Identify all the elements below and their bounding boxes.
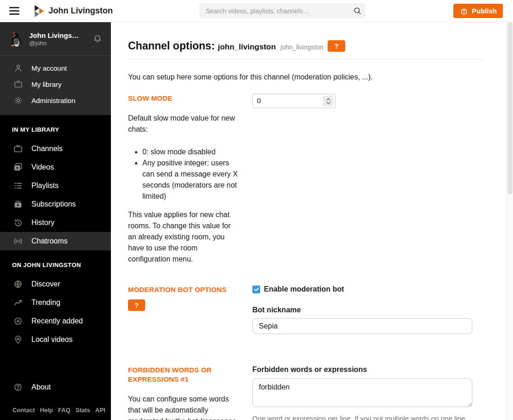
sidebar-item-about[interactable]: About xyxy=(0,378,111,396)
publish-label: Publish xyxy=(472,7,497,15)
scrollbar-thumb[interactable] xyxy=(507,22,513,194)
forbidden-words-textarea[interactable]: forbidden xyxy=(252,378,472,407)
intro-text: You can setup here some options for this… xyxy=(128,73,483,81)
forbidden-words-section-label: FORBIDDEN WORDS OR EXPRESSIONS #1 xyxy=(128,365,234,384)
sidebar-item-label: Chatrooms xyxy=(31,237,67,245)
search-input[interactable] xyxy=(200,7,350,15)
playlist-icon xyxy=(12,180,24,191)
sidebar-item-label: History xyxy=(31,219,55,227)
chevron-down-icon xyxy=(326,102,330,104)
top-bar: John Livingston Publish xyxy=(0,0,513,22)
slow-mode-description: Default slow mode value for new chats: xyxy=(128,113,239,135)
moderation-bot-label: MODERATION BOT OPTIONS xyxy=(128,285,239,294)
avatar xyxy=(8,31,24,47)
slow-mode-value: 0 xyxy=(257,97,261,104)
sidebar-item-recently-added[interactable]: Recently added xyxy=(0,312,111,330)
main-content: Channel options: john_livingston john_li… xyxy=(111,22,513,420)
user-display-name: John Livings… xyxy=(29,31,92,39)
moderation-bot-help-button[interactable]: ? xyxy=(128,299,145,311)
forbidden-words-help: One word or expression per line. If you … xyxy=(252,413,472,420)
sidebar-item-chatrooms[interactable]: Chatrooms xyxy=(0,232,111,250)
peertube-logo-icon[interactable] xyxy=(34,5,44,18)
sidebar-item-subscriptions[interactable]: Subscriptions xyxy=(0,195,111,213)
publish-button[interactable]: Publish xyxy=(453,4,503,18)
sidebar-item-trending[interactable]: Trending xyxy=(0,293,111,312)
search-icon[interactable] xyxy=(350,6,364,15)
notifications-bell-icon[interactable] xyxy=(92,33,103,44)
sidebar-item-discover[interactable]: Discover xyxy=(0,275,111,293)
page-title-row: Channel options: john_livingston john_li… xyxy=(128,40,483,52)
check-icon xyxy=(254,286,259,292)
number-spinner[interactable] xyxy=(323,96,333,106)
forbidden-words-description: You can configure some words that will b… xyxy=(128,394,239,420)
vertical-scrollbar[interactable] xyxy=(506,22,513,420)
sidebar-item-label: Channels xyxy=(31,145,63,153)
channel-options-help-button[interactable]: ? xyxy=(328,40,345,52)
plus-circle-icon xyxy=(12,316,24,327)
user-block[interactable]: John Livings… @john xyxy=(0,22,111,55)
bot-nickname-label: Bot nickname xyxy=(252,306,483,314)
sidebar-item-label: Discover xyxy=(31,280,60,288)
sidebar-item-label: Subscriptions xyxy=(31,200,76,208)
sidebar-item-label: My account xyxy=(31,64,67,72)
footer-link-faq[interactable]: FAQ xyxy=(58,407,71,414)
forbidden-words-label: Forbidden words or expressions xyxy=(252,365,367,373)
channel-handle: john_livingston xyxy=(281,43,324,51)
sidebar-item-my-account[interactable]: My account xyxy=(0,60,111,76)
forbidden-words-row: FORBIDDEN WORDS OR EXPRESSIONS #1 You ca… xyxy=(128,365,483,420)
moderation-bot-row: MODERATION BOT OPTIONS ? Enable moderati… xyxy=(128,285,483,334)
sidebar-item-label: Videos xyxy=(31,163,54,171)
menu-toggle-icon[interactable] xyxy=(9,5,19,17)
sidebar-footer-links: Contact Help FAQ Stats API xyxy=(0,396,111,420)
broadcast-icon xyxy=(12,236,24,247)
videos-icon xyxy=(12,162,24,173)
bot-nickname-input[interactable] xyxy=(252,318,472,334)
sidebar-item-label: Trending xyxy=(31,298,61,307)
tv-icon xyxy=(12,79,24,90)
footer-link-stats[interactable]: Stats xyxy=(75,407,90,414)
sidebar-item-local-videos[interactable]: Local videos xyxy=(0,330,111,349)
sidebar-item-videos[interactable]: Videos xyxy=(0,158,111,177)
sidebar-item-label: Administration xyxy=(31,97,75,104)
instance-title[interactable]: John Livingston xyxy=(49,6,113,16)
user-handle: @john xyxy=(29,40,92,47)
slow-mode-bullet: Any positive integer: users can send a m… xyxy=(142,158,239,202)
subscriptions-icon xyxy=(12,199,24,210)
page-title: Channel options: john_livingston xyxy=(128,40,276,52)
title-divider xyxy=(128,59,483,60)
section-title-on-instance: ON JOHN LIVINGSTON xyxy=(0,250,111,275)
sidebar-item-label: Local videos xyxy=(31,335,73,344)
channel-name: john_livingston xyxy=(218,43,276,51)
sidebar-item-playlists[interactable]: Playlists xyxy=(0,177,111,195)
sidebar: John Livings… @john My account xyxy=(0,22,111,420)
sidebar-item-label: Recently added xyxy=(31,317,83,325)
history-icon xyxy=(12,217,24,228)
slow-mode-label: SLOW MODE xyxy=(128,94,239,103)
sidebar-item-label: About xyxy=(31,383,51,391)
slow-mode-note: This value applies for new chat rooms. T… xyxy=(128,209,239,265)
footer-link-api[interactable]: API xyxy=(95,407,105,414)
sidebar-item-my-library[interactable]: My library xyxy=(0,76,111,92)
globe-icon xyxy=(12,279,24,290)
enable-bot-checkbox[interactable] xyxy=(252,286,260,293)
sidebar-item-administration[interactable]: Administration xyxy=(0,92,111,109)
user-icon xyxy=(12,63,24,74)
search-box xyxy=(200,4,365,18)
question-circle-icon xyxy=(12,382,24,393)
trending-icon xyxy=(12,297,24,308)
sidebar-item-channels[interactable]: Channels xyxy=(0,140,111,158)
slow-mode-input[interactable]: 0 xyxy=(252,94,336,108)
upload-icon xyxy=(459,6,469,16)
sidebar-item-history[interactable]: History xyxy=(0,213,111,232)
enable-bot-label[interactable]: Enable moderation bot xyxy=(264,285,344,293)
gear-icon xyxy=(12,95,24,106)
footer-link-contact[interactable]: Contact xyxy=(12,407,35,414)
account-menu: My account My library Administration xyxy=(0,55,111,115)
slow-mode-row: SLOW MODE Default slow mode value for ne… xyxy=(128,94,483,265)
sidebar-item-label: My library xyxy=(31,80,61,88)
slow-mode-bullet: 0: slow mode disabled xyxy=(142,146,239,158)
map-pin-home-icon xyxy=(12,334,24,345)
footer-link-help[interactable]: Help xyxy=(40,407,53,414)
section-title-in-my-library: IN MY LIBRARY xyxy=(0,115,111,140)
enable-bot-row: Enable moderation bot xyxy=(252,285,483,293)
